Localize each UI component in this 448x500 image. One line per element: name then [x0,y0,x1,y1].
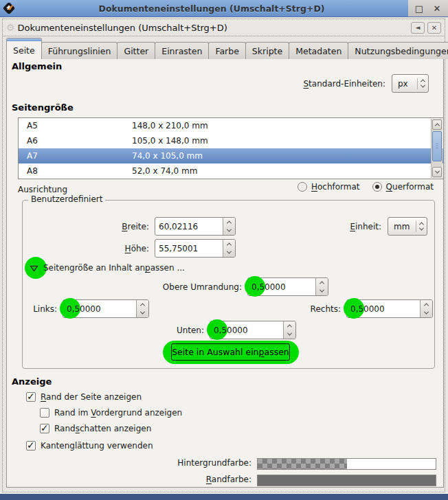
chevron-down-icon [287,331,292,336]
page-size-name: A8 [27,166,38,176]
notebook: Seite Führungslinien Gitter Einrasten Fa… [6,38,444,488]
section-heading-seitengroesse: Seitengröße [12,102,74,113]
chevron-down-icon [227,227,232,232]
tab-farbe[interactable]: Farbe [208,42,245,59]
tab-gitter[interactable]: Gitter [117,42,155,59]
tab-lizenz[interactable]: Nutzungsbedingungen - Lizenz [348,42,448,59]
radio-button-icon[interactable] [372,182,382,192]
page-size-dims: 52,0 x 74,0 mm [132,166,197,176]
gear-icon: ⚙ [6,22,15,33]
page-size-row-a8[interactable]: A8 52,0 x 74,0 mm [19,163,443,179]
height-input[interactable]: 55,75001 [155,239,236,258]
margin-right-label: Rechts: [311,304,341,314]
unit-select[interactable]: mm [388,217,427,236]
radio-hochformat[interactable]: Hochformat [298,182,360,192]
titlebar: Dokumenteneinstellungen (Umschalt+Strg+D… [0,0,448,17]
tab-einrasten[interactable]: Einrasten [155,42,209,59]
spin-down-button[interactable] [223,227,235,236]
page-size-row-a7[interactable]: A7 74,0 x 105,0 mm [19,148,443,163]
checkbox-row-border-shadow[interactable]: Randschatten anzeigen [40,424,151,433]
spin-up-button[interactable] [421,300,432,309]
tab-label: Führungslinien [48,46,111,56]
tab-skripte[interactable]: Skripte [245,42,289,59]
spin-up-button[interactable] [316,278,328,287]
margin-top-value: 0,50000 [248,282,315,292]
spin-down-button[interactable] [137,309,148,318]
scroll-up-button[interactable] [432,120,442,130]
tab-metadaten[interactable]: Metadaten [289,42,348,59]
checkbox-icon[interactable] [40,408,49,418]
tab-label: Seite [13,45,35,56]
tab-label: Metadaten [295,46,341,56]
radio-querformat[interactable]: Querformat [372,182,434,192]
page-size-scrollbar[interactable] [431,119,443,178]
width-row: Breite: 60,02116 Einheit: [23,217,434,236]
margin-bottom-spinner [283,321,295,339]
window-title: Dokumenteneinstellungen (Umschalt+Strg+D… [15,3,408,14]
dock-float-icon: ◄ [416,24,421,31]
checkbox-label[interactable]: Rand der Seite anzeigen [41,392,142,402]
spin-down-button[interactable] [223,249,235,258]
chevron-up-icon [287,324,292,329]
width-label: Breite: [23,222,155,231]
spin-up-button[interactable] [137,300,148,309]
inkscape-logo-icon [3,2,15,14]
checkbox-label[interactable]: Randschatten anzeigen [54,424,151,433]
checkbox-label[interactable]: Kantenglättung verwenden [41,441,153,451]
close-button[interactable]: ✕ [430,2,444,14]
margin-left-input[interactable]: 0,50000 [63,299,149,318]
tab-fuehrungslinien[interactable]: Führungslinien [41,42,118,59]
radio-hochformat-label[interactable]: Hochformat [311,182,360,192]
scroll-thumb[interactable] [432,131,442,161]
page-size-row-a6[interactable]: A6 105,0 x 148,0 mm [19,133,443,148]
checkbox-row-antialiasing[interactable]: Kantenglättung verwenden [26,441,153,451]
spin-down-button[interactable] [421,309,432,318]
checkbox-row-show-border[interactable]: Rand der Seite anzeigen [26,392,142,402]
dock-float-button[interactable]: ◄ [411,22,425,34]
maximize-button[interactable]: □ [412,2,426,14]
border-color-swatch[interactable] [257,475,436,486]
checkbox-icon[interactable] [26,392,36,402]
spin-down-button[interactable] [284,330,295,339]
scroll-down-button[interactable] [432,167,442,177]
page-size-row-a5[interactable]: A5 148,0 x 210,0 mm [19,118,443,133]
fit-page-expander[interactable]: Seitengröße an Inhalt anpassen ... [30,261,185,275]
default-units-select[interactable]: px [392,74,429,93]
radio-querformat-label[interactable]: Querformat [386,182,434,192]
chevron-down-icon [227,249,232,254]
section-heading-allgemein: Allgemein [12,61,62,71]
spin-up-button[interactable] [284,321,295,330]
width-spinner [223,218,235,235]
spin-up-button[interactable] [223,218,235,227]
margin-right-value: 0,50000 [347,304,420,314]
height-row: Höhe: 55,75001 [23,239,236,258]
default-units-value: px [398,79,414,89]
spin-down-button[interactable] [316,287,328,296]
margin-top-input[interactable]: 0,50000 [247,277,328,296]
checkbox-label[interactable]: Rand im Vordergrund anzeigen [54,408,182,418]
background-color-label: Hintergrundfarbe: [8,458,257,468]
dock-title: Dokumenteneinstellungen (Umschalt+Strg+D… [18,23,227,33]
radio-button-icon[interactable] [298,182,307,192]
fit-page-expander-label[interactable]: Seitengröße an Inhalt anpassen ... [43,263,185,273]
chevron-up-icon [424,303,429,308]
margin-right-input[interactable]: 0,50000 [346,299,433,318]
page-size-name: A5 [27,121,38,130]
width-value: 60,02116 [155,222,223,231]
width-input[interactable]: 60,02116 [155,217,236,236]
chevron-up-icon [227,220,232,225]
fit-page-to-selection-button[interactable]: Seite in Auswahl einpassen [171,343,290,361]
background-color-swatch[interactable] [257,458,436,470]
checkbox-icon[interactable] [26,441,36,451]
dock-close-button[interactable]: ✕ [427,22,441,34]
checkbox-icon[interactable] [40,424,49,433]
tab-seite[interactable]: Seite [6,38,42,59]
spin-up-button[interactable] [223,240,235,249]
tab-panel-seite: Allgemein Standard-Einheiten: px Seiteng… [6,58,444,488]
chevron-down-icon [424,310,429,315]
margin-bottom-input[interactable]: 0,50000 [210,321,296,339]
checkbox-row-border-on-top[interactable]: Rand im Vordergrund anzeigen [40,408,182,418]
document-properties-window: Dokumenteneinstellungen (Umschalt+Strg+D… [0,0,448,500]
margin-left-right-row: Links: 0,50000 Rechts: [23,299,434,318]
chevron-up-icon [320,281,324,286]
